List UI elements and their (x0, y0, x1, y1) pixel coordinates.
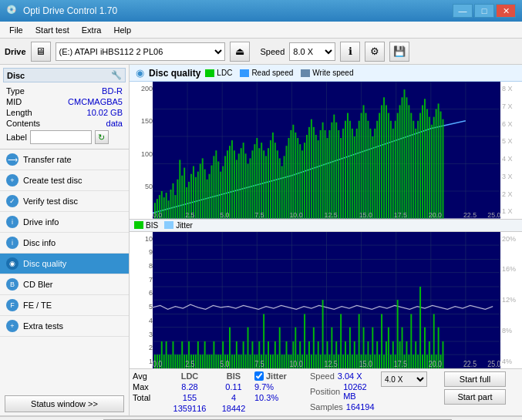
svg-rect-246 (322, 300, 324, 368)
svg-rect-259 (352, 354, 353, 368)
svg-text:7.5: 7.5 (254, 359, 264, 368)
svg-rect-47 (229, 146, 231, 218)
info-btn[interactable]: ℹ (340, 42, 360, 62)
svg-rect-258 (349, 327, 351, 368)
window-controls: — □ ✕ (453, 4, 516, 18)
start-part-button[interactable]: Start part (444, 389, 506, 405)
r1-8x: 8 X (502, 85, 520, 92)
settings-btn[interactable]: ⚙ (365, 42, 385, 62)
sidebar-item-transfer-rate[interactable]: ⟶ Transfer rate (0, 150, 129, 170)
y2-5: 5 (130, 303, 153, 311)
svg-rect-132 (422, 105, 423, 218)
stats-ldc-max: 155 (167, 393, 213, 402)
stats-jitter-col: Jitter 9.7% 10.3% (254, 371, 308, 402)
menu-start-test[interactable]: Start test (29, 24, 76, 36)
svg-rect-33 (197, 172, 199, 219)
svg-rect-271 (379, 354, 380, 368)
svg-rect-197 (210, 354, 212, 368)
svg-rect-60 (258, 148, 260, 218)
sidebar-item-create-test-disc[interactable]: + Create test disc (0, 170, 129, 191)
disc-header-title: Disc (7, 71, 25, 80)
stats-jitter-header: Jitter (266, 371, 287, 381)
legend-write-speed: Write speed (301, 69, 353, 77)
stats-ldc-avg: 8.28 (167, 382, 213, 391)
svg-rect-51 (238, 153, 240, 218)
svg-text:20.0: 20.0 (429, 359, 443, 368)
svg-rect-260 (354, 341, 355, 369)
svg-rect-129 (415, 129, 416, 219)
chart2-right-labels: 20% 16% 12% 8% 4% (500, 232, 522, 369)
minimize-button[interactable]: — (453, 4, 473, 18)
drive-select[interactable]: (E:) ATAPI iHBS112 2 PL06 (56, 42, 225, 61)
svg-rect-292 (426, 354, 428, 368)
svg-rect-243 (315, 354, 317, 368)
svg-text:17.5: 17.5 (394, 359, 408, 368)
sidebar-item-verify-test-disc[interactable]: ✓ Verify test disc (0, 191, 129, 212)
legend-ldc-box (205, 69, 214, 77)
stats-avg-label: Avg (133, 371, 165, 381)
r1-2x: 2 X (502, 190, 520, 198)
title-bar: 💿 Opti Drive Control 1.70 — □ ✕ (0, 0, 522, 22)
menu-help[interactable]: Help (107, 24, 137, 36)
sidebar-item-disc-quality[interactable]: ◉ Disc quality (0, 254, 129, 274)
svg-rect-93 (333, 115, 335, 219)
disc-label-refresh-btn[interactable]: ↻ (95, 130, 109, 144)
svg-rect-209 (238, 354, 240, 368)
svg-rect-108 (367, 121, 369, 219)
svg-rect-64 (268, 148, 269, 218)
disc-contents-row: Contents data (3, 118, 126, 129)
disc-type-value: BD-R (102, 86, 123, 96)
svg-rect-71 (284, 156, 285, 218)
speed-select[interactable]: 8.0 X (289, 42, 335, 61)
y1-100: 100 (130, 150, 153, 158)
main-area: Disc 🔧 Type BD-R MID CMCMAGBA5 Length 10… (0, 65, 522, 415)
r1-5x: 5 X (502, 137, 520, 145)
svg-text:10.0: 10.0 (289, 211, 302, 218)
stats-jitter-max: 10.3% (254, 393, 308, 402)
r2-8pct: 8% (502, 327, 520, 334)
start-full-button[interactable]: Start full (444, 371, 506, 387)
svg-rect-85 (315, 135, 317, 219)
svg-rect-34 (200, 164, 201, 219)
svg-text:5.0: 5.0 (220, 359, 230, 368)
svg-rect-208 (236, 341, 237, 369)
svg-rect-68 (277, 150, 278, 218)
menu-extra[interactable]: Extra (76, 24, 108, 36)
drive-icon-btn[interactable]: 🖥 (31, 42, 51, 62)
svg-rect-22 (172, 183, 173, 219)
sidebar-item-drive-info-label: Drive info (23, 217, 59, 227)
disc-mid-label: MID (6, 97, 22, 106)
y2-7: 7 (130, 276, 153, 284)
sidebar-item-cd-bler[interactable]: B CD Bler (0, 274, 129, 295)
svg-rect-87 (320, 130, 322, 219)
chart2-legend-bar: BIS Jitter (130, 219, 522, 232)
svg-text:0.0: 0.0 (153, 211, 162, 218)
svg-rect-239 (306, 354, 308, 368)
chart1-right-labels: 8 X 7 X 6 X 5 X 4 X 3 X 2 X 1 X (500, 82, 522, 219)
jitter-checkbox[interactable] (254, 371, 264, 381)
status-window-button[interactable]: Status window >> (5, 395, 124, 412)
svg-rect-193 (202, 354, 204, 368)
disc-quality-header: ◉ Disc quality LDC Read speed Write spee… (130, 65, 522, 82)
svg-rect-182 (177, 354, 178, 368)
svg-rect-215 (251, 341, 253, 369)
sidebar-item-fe-te[interactable]: F FE / TE (0, 295, 129, 316)
y1-200: 200 (130, 85, 153, 92)
chart2-svg: 0.0 2.5 5.0 7.5 10.0 12.5 15.0 17.5 20.0… (153, 232, 500, 369)
sidebar-item-drive-info[interactable]: i Drive info (0, 212, 129, 233)
verify-test-disc-icon: ✓ (6, 195, 19, 207)
disc-length-row: Length 10.02 GB (3, 107, 126, 118)
speed-dropdown[interactable]: 4.0 X (381, 371, 427, 387)
svg-rect-140 (440, 112, 442, 219)
svg-rect-42 (217, 161, 219, 218)
menu-file[interactable]: File (3, 24, 29, 36)
save-btn[interactable]: 💾 (389, 42, 409, 62)
sidebar-item-extra-tests[interactable]: + Extra tests (0, 316, 129, 337)
maximize-button[interactable]: □ (474, 4, 494, 18)
svg-rect-79 (301, 150, 303, 218)
svg-rect-136 (431, 125, 433, 219)
eject-button[interactable]: ⏏ (230, 42, 250, 62)
close-button[interactable]: ✕ (496, 4, 516, 18)
sidebar-item-disc-info[interactable]: i Disc info (0, 233, 129, 254)
disc-label-input[interactable] (30, 130, 92, 144)
